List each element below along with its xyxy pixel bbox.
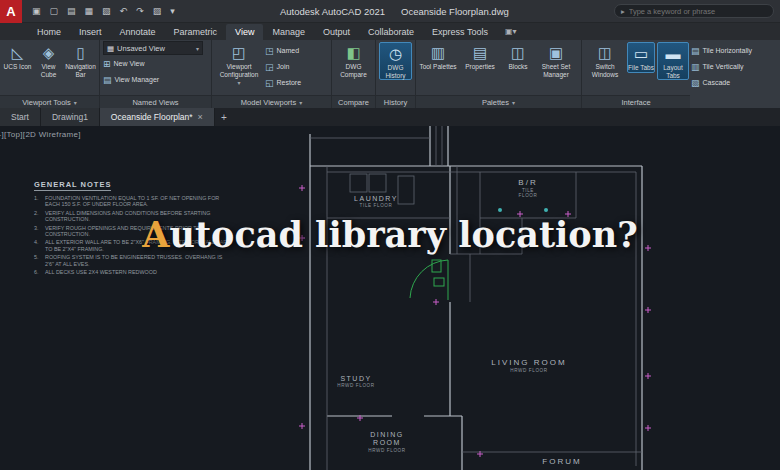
tab-home[interactable]: Home xyxy=(28,24,70,40)
note-item: 6.ALL DECKS USE 2X4 WESTERN REDWOOD xyxy=(34,269,232,275)
plot-icon[interactable]: ▨ xyxy=(153,6,162,16)
named-viewports-button[interactable]: ◳ Named xyxy=(265,43,301,58)
document-title: Oceanside Floorplan.dwg xyxy=(401,6,509,17)
switch-windows-button[interactable]: ◫ Switch Windows xyxy=(585,42,625,78)
restore-viewports-button[interactable]: ◱ Restore xyxy=(265,75,301,90)
tab-annotate[interactable]: Annotate xyxy=(111,24,165,40)
ucs-icon-button[interactable]: ◺ UCS Icon xyxy=(3,42,32,71)
room-name: B/R xyxy=(506,178,550,187)
properties-label: Properties xyxy=(465,63,495,71)
view-manager-button[interactable]: ▤ View Manager xyxy=(103,72,208,87)
tab-collaborate[interactable]: Collaborate xyxy=(359,24,423,40)
viewport-configuration-button[interactable]: ◰ Viewport Configuration ▾ xyxy=(215,42,263,86)
ribbon-options-icon[interactable]: ▣▾ xyxy=(505,24,517,40)
tool-palettes-button[interactable]: ▥ Tool Palettes xyxy=(419,42,457,71)
tab-parametric[interactable]: Parametric xyxy=(165,24,227,40)
open-file-icon[interactable]: ▤ xyxy=(67,6,76,16)
panel-footer-model-viewports[interactable]: Model Viewports ▾ xyxy=(212,95,331,108)
ribbon: ◺ UCS Icon ◈ View Cube ▯ Navigation Bar … xyxy=(0,40,780,108)
join-viewports-label: Join xyxy=(277,63,290,70)
tab-insert[interactable]: Insert xyxy=(70,24,111,40)
new-view-button[interactable]: ⊞ New View xyxy=(103,56,208,71)
file-tab-drawing1[interactable]: Drawing1 xyxy=(41,108,100,126)
panel-label: Palettes xyxy=(482,98,509,107)
viewport-configuration-icon: ◰ xyxy=(232,44,246,61)
redo-icon[interactable]: ↷ xyxy=(136,6,144,16)
panel-palettes: ▥ Tool Palettes ▤ Properties ◫ Blocks ▣ … xyxy=(416,40,582,108)
panel-footer-compare[interactable]: Compare xyxy=(332,95,375,108)
undo-icon[interactable]: ↶ xyxy=(120,6,128,16)
panel-footer-history[interactable]: History xyxy=(376,95,415,108)
note-text: FOUNDATION VENTILATION EQUAL TO 1 SF. OF… xyxy=(45,195,232,208)
tile-vertically-icon: ▥ xyxy=(691,62,700,72)
print-icon[interactable]: ▧ xyxy=(102,6,111,16)
dwg-history-label: DWG History xyxy=(380,64,411,79)
panel-caret-icon: ▾ xyxy=(74,99,77,106)
view-list-dropdown[interactable]: ▦ Unsaved View ▾ xyxy=(103,41,203,55)
tile-horizontally-button[interactable]: ▤ Tile Horizontally xyxy=(691,43,752,58)
save-icon[interactable]: ▦ xyxy=(85,6,94,16)
room-floor: HRWD FLOOR xyxy=(364,448,410,453)
new-file-icon[interactable]: ▢ xyxy=(50,6,59,16)
named-viewports-label: Named xyxy=(277,47,300,54)
tab-manage[interactable]: Manage xyxy=(263,24,314,40)
file-tab-oceanside-floorplan[interactable]: Oceanside Floorplan* × xyxy=(100,108,215,126)
panel-caret-icon: ▾ xyxy=(512,99,515,106)
dwg-compare-button[interactable]: ◧ DWG Compare xyxy=(335,42,372,78)
file-tab-label: Drawing1 xyxy=(52,112,88,122)
switch-windows-label: Switch Windows xyxy=(585,63,625,78)
file-tabs-button[interactable]: ▭ File Tabs xyxy=(627,42,655,73)
tab-output[interactable]: Output xyxy=(314,24,359,40)
viewport-controls[interactable]: [-][Top][2D Wireframe] xyxy=(0,130,81,139)
sheet-set-manager-label: Sheet Set Manager xyxy=(535,63,577,78)
panel-viewport-tools: ◺ UCS Icon ◈ View Cube ▯ Navigation Bar … xyxy=(0,40,100,108)
new-view-label: New View xyxy=(114,60,145,67)
chevron-down-icon: ▾ xyxy=(237,79,240,86)
dwg-compare-label: DWG Compare xyxy=(335,63,372,78)
panel-footer-named-views[interactable]: Named Views xyxy=(100,95,211,108)
room-label-forum: FORUM xyxy=(530,457,594,466)
room-name: DINING ROOM xyxy=(364,431,410,447)
ucs-icon-label: UCS Icon xyxy=(4,63,32,71)
navigation-bar-label: Navigation Bar xyxy=(65,63,96,78)
cascade-label: Cascade xyxy=(703,79,731,86)
navigation-bar-button[interactable]: ▯ Navigation Bar xyxy=(65,42,96,78)
panel-label: History xyxy=(384,98,407,107)
cascade-button[interactable]: ▧ Cascade xyxy=(691,75,752,90)
sheet-set-manager-button[interactable]: ▣ Sheet Set Manager xyxy=(535,42,577,78)
new-tab-button[interactable]: + xyxy=(215,108,233,126)
panel-footer-interface[interactable]: Interface xyxy=(582,95,690,108)
tab-view[interactable]: View xyxy=(226,24,263,40)
view-manager-icon: ▤ xyxy=(103,75,112,85)
drawing-canvas[interactable]: [-][Top][2D Wireframe] GENERAL NOTES 1.F… xyxy=(0,126,780,470)
note-text: ROOFING SYSTEM IS TO BE ENGINEERED TRUSS… xyxy=(45,254,232,267)
tile-horizontally-label: Tile Horizontally xyxy=(703,47,753,54)
view-cube-icon: ◈ xyxy=(43,44,55,61)
sheet-set-manager-icon: ▣ xyxy=(549,44,563,61)
layout-tabs-icon: ▬ xyxy=(666,45,681,62)
tile-vertically-button[interactable]: ▥ Tile Vertically xyxy=(691,59,752,74)
autocad-logo[interactable]: A xyxy=(0,0,22,23)
view-cube-button[interactable]: ◈ View Cube xyxy=(34,42,63,78)
blocks-button[interactable]: ◫ Blocks xyxy=(503,42,533,71)
layout-tabs-label: Layout Tabs xyxy=(658,64,688,79)
view-cube-label: View Cube xyxy=(34,63,63,78)
file-tabs-icon: ▭ xyxy=(634,45,648,62)
tab-express-tools[interactable]: Express Tools xyxy=(423,24,497,40)
panel-footer-palettes[interactable]: Palettes ▾ xyxy=(416,95,581,108)
properties-button[interactable]: ▤ Properties xyxy=(459,42,501,71)
search-box[interactable]: ▸ xyxy=(614,4,774,18)
search-input[interactable] xyxy=(629,7,767,16)
note-number: 1. xyxy=(34,195,45,208)
layout-tabs-button[interactable]: ▬ Layout Tabs xyxy=(657,42,689,80)
tile-horizontally-icon: ▤ xyxy=(691,46,700,56)
chevron-down-icon: ▾ xyxy=(196,45,199,52)
app-menu-icon[interactable]: ▣ xyxy=(32,6,41,16)
dwg-history-button[interactable]: ◷ DWG History xyxy=(379,42,412,80)
file-tab-start[interactable]: Start xyxy=(0,108,41,126)
room-name: FORUM xyxy=(530,457,594,466)
tool-palettes-label: Tool Palettes xyxy=(419,63,456,71)
close-icon[interactable]: × xyxy=(198,112,203,122)
panel-footer-viewport-tools[interactable]: Viewport Tools ▾ xyxy=(0,95,99,108)
join-viewports-button[interactable]: ◲ Join xyxy=(265,59,301,74)
